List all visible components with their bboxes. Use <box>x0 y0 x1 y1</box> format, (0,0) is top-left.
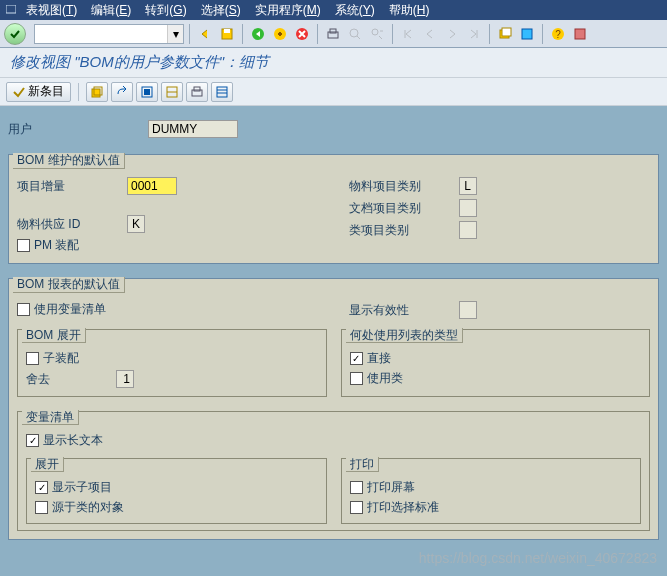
box-print: 打印 打印屏幕 打印选择标准 <box>341 458 642 524</box>
group-variant-list: 变量清单 ✓ 显示长文本 展开 ✓ 显示子项目 源于类的对象 <box>17 411 650 531</box>
find-icon[interactable] <box>345 24 365 44</box>
menu-help[interactable]: 帮助(H) <box>383 2 436 19</box>
class-item-cat-field[interactable] <box>459 221 477 239</box>
svg-point-10 <box>372 29 378 35</box>
menu-edit[interactable]: 编辑(E) <box>85 2 137 19</box>
subassembly-label: 子装配 <box>43 350 79 367</box>
svg-rect-12 <box>502 28 511 36</box>
back-icon[interactable] <box>195 24 215 44</box>
command-field[interactable]: ▾ <box>34 24 184 44</box>
user-field[interactable]: DUMMY <box>148 120 238 138</box>
layout-icon[interactable] <box>570 24 590 44</box>
class-item-cat-label: 类项目类别 <box>349 222 459 239</box>
app-toolbar: 新条目 <box>0 78 667 106</box>
pm-assembly-label: PM 装配 <box>34 237 79 254</box>
by-class-label: 使用类 <box>367 370 403 387</box>
box-where-used-legend: 何处使用列表的类型 <box>346 328 463 343</box>
svg-rect-13 <box>522 29 532 39</box>
svg-text:?: ? <box>555 29 561 40</box>
class-origin-objs-label: 源于类的对象 <box>52 499 124 516</box>
group-report-defaults-legend: BOM 报表的默认值 <box>13 277 125 293</box>
shortcut-icon[interactable] <box>517 24 537 44</box>
svg-point-8 <box>350 29 358 37</box>
show-longtext-checkbox[interactable]: ✓ <box>26 434 39 447</box>
print-screen-label: 打印屏幕 <box>367 479 415 496</box>
undo-button[interactable] <box>111 82 133 102</box>
last-page-icon[interactable] <box>464 24 484 44</box>
subassembly-checkbox[interactable] <box>26 352 39 365</box>
use-variant-list-label: 使用变量清单 <box>34 301 106 318</box>
back-green-icon[interactable] <box>248 24 268 44</box>
group-bom-defaults: BOM 维护的默认值 项目增量 0001 物料供应 ID K PM 装配 <box>8 154 659 264</box>
material-supply-label: 物料供应 ID <box>17 216 127 233</box>
print-button[interactable] <box>186 82 208 102</box>
menu-select[interactable]: 选择(S) <box>195 2 247 19</box>
svg-line-9 <box>357 36 360 39</box>
find-next-icon[interactable] <box>367 24 387 44</box>
menu-system[interactable]: 系统(Y) <box>329 2 381 19</box>
menu-utilities[interactable]: 实用程序(M) <box>249 2 327 19</box>
delimit-button[interactable] <box>161 82 183 102</box>
box-print-legend: 打印 <box>346 457 379 472</box>
help-icon[interactable]: ? <box>548 24 568 44</box>
svg-rect-25 <box>217 87 227 97</box>
first-page-icon[interactable] <box>398 24 418 44</box>
print-icon[interactable] <box>323 24 343 44</box>
prev-page-icon[interactable] <box>420 24 440 44</box>
use-variant-list-checkbox[interactable] <box>17 303 30 316</box>
group-variant-list-legend: 变量清单 <box>22 410 79 425</box>
title-bar: 修改视图 "BOM的用户参数文件"：细节 <box>0 48 667 78</box>
by-class-checkbox[interactable] <box>350 372 363 385</box>
svg-rect-2 <box>224 29 230 33</box>
user-label: 用户 <box>8 121 148 138</box>
cancel-icon[interactable] <box>292 24 312 44</box>
show-validity-label: 显示有效性 <box>349 302 459 319</box>
new-session-icon[interactable] <box>495 24 515 44</box>
item-increment-label: 项目增量 <box>17 178 127 195</box>
print-sel-criteria-checkbox[interactable] <box>350 501 363 514</box>
page-title: 修改视图 "BOM的用户参数文件"：细节 <box>10 53 269 72</box>
doc-item-cat-field[interactable] <box>459 199 477 217</box>
new-entry-button[interactable]: 新条目 <box>6 82 71 102</box>
exit-icon[interactable] <box>270 24 290 44</box>
menu-view[interactable]: 表视图(T) <box>20 2 83 19</box>
main-area: 用户 DUMMY BOM 维护的默认值 项目增量 0001 物料供应 ID K … <box>0 106 667 576</box>
group-bom-defaults-legend: BOM 维护的默认值 <box>13 153 125 169</box>
window-menu-icon[interactable] <box>4 3 18 17</box>
svg-rect-0 <box>6 5 16 13</box>
save-icon[interactable] <box>217 24 237 44</box>
show-subitems-label: 显示子项目 <box>52 479 112 496</box>
select-all-button[interactable] <box>136 82 158 102</box>
box-expand-legend: 展开 <box>31 457 64 472</box>
material-item-cat-field[interactable]: L <box>459 177 477 195</box>
show-validity-field[interactable] <box>459 301 477 319</box>
svg-rect-20 <box>144 89 150 95</box>
menu-bar: 表视图(T) 编辑(E) 转到(G) 选择(S) 实用程序(M) 系统(Y) 帮… <box>0 0 667 20</box>
enter-button[interactable] <box>4 23 26 45</box>
show-longtext-label: 显示长文本 <box>43 432 103 449</box>
svg-rect-16 <box>575 29 585 39</box>
table-view-button[interactable] <box>211 82 233 102</box>
material-supply-field[interactable]: K <box>127 215 145 233</box>
doc-item-cat-label: 文档项目类别 <box>349 200 459 217</box>
group-report-defaults: BOM 报表的默认值 使用变量清单 显示有效性 BOM 展开 子 <box>8 278 659 540</box>
standard-toolbar: ▾ ? <box>0 20 667 48</box>
material-item-cat-label: 物料项目类别 <box>349 178 459 195</box>
class-origin-objs-checkbox[interactable] <box>35 501 48 514</box>
discard-label: 舍去 <box>26 371 116 388</box>
show-subitems-checkbox[interactable]: ✓ <box>35 481 48 494</box>
next-page-icon[interactable] <box>442 24 462 44</box>
print-screen-checkbox[interactable] <box>350 481 363 494</box>
pm-assembly-checkbox[interactable] <box>17 239 30 252</box>
item-increment-field[interactable]: 0001 <box>127 177 177 195</box>
direct-checkbox[interactable]: ✓ <box>350 352 363 365</box>
copy-as-button[interactable] <box>86 82 108 102</box>
command-dropdown-icon[interactable]: ▾ <box>167 25 183 43</box>
discard-field[interactable]: 1 <box>116 370 134 388</box>
svg-rect-17 <box>92 89 100 97</box>
box-bom-expand: BOM 展开 子装配 舍去 1 <box>17 329 327 397</box>
print-sel-criteria-label: 打印选择标准 <box>367 499 439 516</box>
menu-goto[interactable]: 转到(G) <box>139 2 192 19</box>
box-bom-expand-legend: BOM 展开 <box>22 328 86 343</box>
direct-label: 直接 <box>367 350 391 367</box>
